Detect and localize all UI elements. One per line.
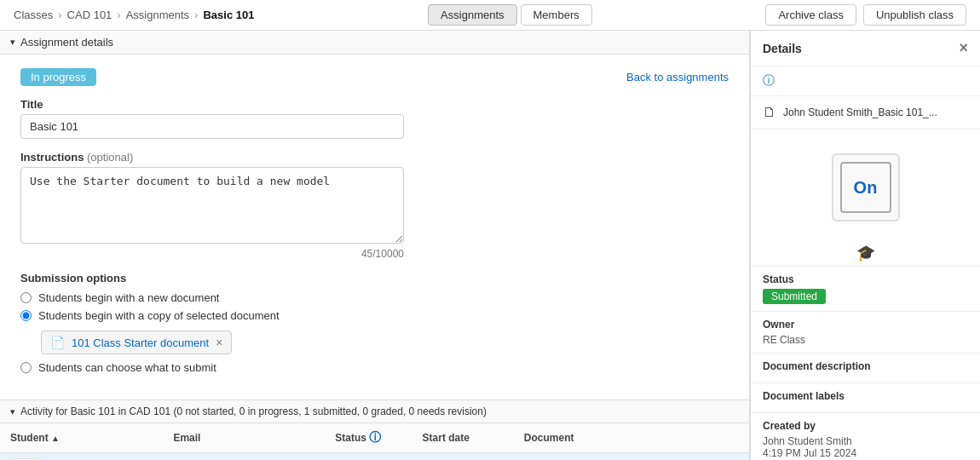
left-panel: ▾ Assignment details In progress Back to… [0, 31, 750, 460]
col-start-date: Start date [412, 423, 514, 453]
title-input[interactable] [20, 114, 404, 139]
breadcrumb-current: Basic 101 [203, 9, 254, 21]
radio-new-document: Students begin with a new document [20, 291, 729, 304]
start-date-cell: 4:19 PM Jul 1... [412, 453, 514, 461]
owner-value: RE Class [763, 334, 968, 346]
in-progress-badge: In progress [20, 68, 96, 86]
breadcrumb-sep3: › [194, 9, 198, 21]
radio-copy-document-label: Students begin with a copy of selected d… [38, 309, 280, 322]
assignment-details-header[interactable]: ▾ Assignment details [0, 31, 749, 55]
doc-chip-icon: 📄 [50, 336, 65, 349]
thumbnail-on-logo: On [840, 162, 891, 213]
radio-copy-document-input[interactable] [20, 310, 32, 321]
doc-chip-remove-button[interactable]: × [216, 336, 222, 349]
title-group: Title [20, 98, 729, 139]
doc-labels-label: Document labels [763, 390, 968, 402]
main-layout: ▾ Assignment details In progress Back to… [0, 31, 980, 460]
assignment-form: In progress Back to assignments Title In… [0, 55, 749, 400]
radio-new-document-label: Students begin with a new document [38, 291, 219, 304]
breadcrumb-sep1: › [58, 9, 61, 21]
col-student[interactable]: Student ▲ [0, 423, 163, 453]
instructions-textarea[interactable]: Use the Starter document to build a new … [20, 167, 404, 244]
assignment-details-label: Assignment details [20, 36, 113, 49]
table-row: On John Student Smith ranselmi+student@p… [0, 453, 749, 461]
unpublish-class-button[interactable]: Unpublish class [863, 4, 966, 26]
activity-label: Activity for Basic 101 in CAD 101 (0 not… [20, 405, 487, 417]
status-section-label: Status [763, 273, 968, 285]
breadcrumb: Classes › CAD 101 › Assignments › Basic … [14, 9, 254, 21]
details-doc-description-section: Document description [751, 353, 980, 382]
details-panel-header: Details × [751, 31, 980, 66]
details-doc-row: 🗋 John Student Smith_Basic 101_... [751, 96, 980, 129]
nav-tabs: Assignments Members [428, 4, 592, 26]
status-info-icon[interactable]: ⓘ [369, 430, 381, 444]
breadcrumb-assignments[interactable]: Assignments [126, 9, 189, 21]
char-count: 45/10000 [20, 248, 404, 260]
details-created-by-section: Created by John Student Smith 4:19 PM Ju… [751, 412, 980, 460]
radio-new-document-input[interactable] [20, 292, 32, 303]
submission-options-label: Submission options [20, 272, 729, 285]
details-doc-file-icon: 🗋 [763, 105, 776, 120]
tab-members[interactable]: Members [521, 4, 592, 26]
status-cell: Submitted [325, 453, 412, 461]
table-header: Student ▲ Email Status ⓘ Start date Docu… [0, 423, 749, 453]
instructions-label: Instructions (optional) [20, 151, 729, 164]
created-by-name: John Student Smith [763, 435, 968, 447]
col-email: Email [163, 423, 325, 453]
optional-text: (optional) [87, 151, 133, 164]
status-back-row: In progress Back to assignments [20, 68, 729, 86]
details-doc-name: John Student Smith_Basic 101_... [783, 106, 937, 118]
nav-actions: Archive class Unpublish class [765, 4, 966, 26]
owner-label: Owner [763, 319, 968, 331]
instructions-group: Instructions (optional) Use the Starter … [20, 151, 729, 260]
details-thumbnail: On [832, 153, 900, 221]
activity-toggle-icon: ▾ [10, 406, 15, 417]
details-panel: Details × ⓘ 🗋 John Student Smith_Basic 1… [750, 31, 980, 460]
details-close-button[interactable]: × [959, 39, 968, 57]
submission-options-group: Submission options Students begin with a… [20, 272, 729, 374]
details-owner-section: Owner RE Class [751, 311, 980, 353]
col-status: Status ⓘ [325, 423, 412, 453]
details-submitted-badge: Submitted [763, 289, 826, 304]
created-by-date: 4:19 PM Jul 15 2024 [763, 447, 968, 459]
student-cell: On John Student Smith [0, 453, 163, 461]
starter-doc-chip: 📄 101 Class Starter document × [41, 331, 232, 354]
table-wrapper: Student ▲ Email Status ⓘ Start date Docu… [0, 423, 749, 460]
tab-assignments[interactable]: Assignments [428, 4, 516, 26]
breadcrumb-classes[interactable]: Classes [14, 9, 53, 21]
document-cell[interactable]: John Student Smith_Basic 101_101 Cla... [514, 453, 749, 461]
details-info-icon[interactable]: ⓘ [763, 73, 775, 89]
created-by-label: Created by [763, 420, 968, 432]
radio-choose-submit: Students can choose what to submit [20, 361, 729, 374]
activity-header[interactable]: ▾ Activity for Basic 101 in CAD 101 (0 n… [0, 400, 749, 423]
radio-choose-submit-label: Students can choose what to submit [38, 361, 216, 374]
top-navigation: Classes › CAD 101 › Assignments › Basic … [0, 0, 980, 31]
details-doc-labels-section: Document labels [751, 382, 980, 412]
graduation-cap-icon: 🎓 [751, 240, 980, 266]
breadcrumb-cad101[interactable]: CAD 101 [67, 9, 112, 21]
archive-class-button[interactable]: Archive class [765, 4, 856, 26]
collapse-toggle-icon: ▾ [10, 37, 15, 48]
radio-choose-submit-input[interactable] [20, 362, 32, 373]
table-body: On John Student Smith ranselmi+student@p… [0, 453, 749, 461]
details-title: Details [763, 42, 802, 55]
back-to-assignments-link[interactable]: Back to assignments [626, 71, 729, 83]
radio-copy-document: Students begin with a copy of selected d… [20, 309, 729, 322]
title-label: Title [20, 98, 729, 111]
doc-description-label: Document description [763, 360, 968, 372]
details-status-section: Status Submitted [751, 266, 980, 311]
starter-doc-name: 101 Class Starter document [72, 336, 209, 349]
assignment-table: Student ▲ Email Status ⓘ Start date Docu… [0, 423, 749, 460]
sort-icon: ▲ [51, 434, 60, 443]
email-cell: ranselmi+student@ptc.com [163, 453, 325, 461]
col-document: Document [514, 423, 749, 453]
breadcrumb-sep2: › [117, 9, 120, 21]
